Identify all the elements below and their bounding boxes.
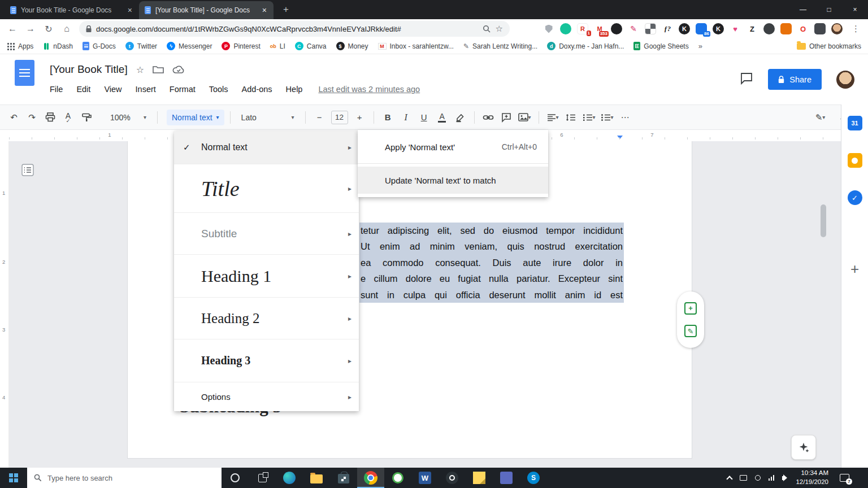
bookmark-li[interactable]: obLI: [270, 42, 285, 50]
extension-icon[interactable]: R1: [577, 23, 588, 34]
print-button[interactable]: [42, 110, 58, 125]
last-edit-link[interactable]: Last edit was 2 minutes ago: [318, 85, 420, 94]
italic-button[interactable]: I: [398, 110, 414, 125]
spellcheck-button[interactable]: A✓: [60, 110, 76, 125]
extension-icon[interactable]: K: [679, 23, 690, 34]
google-tasks-icon[interactable]: ✓: [848, 190, 862, 205]
bookmarks-overflow-chevron[interactable]: »: [698, 42, 702, 50]
skype-taskbar-button[interactable]: S: [520, 468, 547, 488]
quick-suggest-edit-button[interactable]: ✎: [684, 325, 697, 337]
browser-tab-active[interactable]: [Your Book Title] - Google Docs ×: [139, 1, 274, 19]
highlight-color-button[interactable]: [452, 110, 468, 125]
start-button[interactable]: [0, 468, 27, 488]
increase-font-size-button[interactable]: +: [351, 110, 368, 125]
bookmark-pinterest[interactable]: PPinterest: [222, 42, 260, 50]
extension-icon[interactable]: [780, 23, 792, 34]
quick-add-comment-button[interactable]: +: [684, 302, 697, 315]
menu-item-subtitle[interactable]: Subtitle ▸: [174, 212, 359, 254]
insert-link-button[interactable]: [480, 110, 497, 125]
right-indent-marker[interactable]: [617, 136, 623, 139]
cortana-button[interactable]: [222, 468, 249, 488]
home-button[interactable]: ⌂: [59, 21, 75, 37]
extension-icon[interactable]: [611, 23, 622, 34]
align-button[interactable]: ▾: [545, 110, 561, 125]
bookmark-star-icon[interactable]: ☆: [496, 24, 503, 34]
menu-format[interactable]: Format: [170, 85, 196, 94]
globe-extension-icon[interactable]: [763, 23, 775, 34]
zoom-icon[interactable]: [483, 25, 491, 33]
zoom-select[interactable]: 100%▾: [105, 110, 151, 125]
file-explorer-button[interactable]: [303, 468, 330, 488]
microsoft-store-button[interactable]: [330, 468, 357, 488]
add-comment-button[interactable]: [498, 110, 515, 125]
taskbar-clock[interactable]: 10:34 AM 12/19/2020: [796, 469, 828, 486]
bookmark-messenger[interactable]: ϟMessenger: [167, 42, 212, 50]
chrome-taskbar-button[interactable]: [357, 468, 384, 488]
menu-addons[interactable]: Add-ons: [242, 85, 272, 94]
share-button[interactable]: Share: [768, 69, 822, 90]
volume-icon[interactable]: [782, 476, 784, 480]
redo-button[interactable]: ↷: [24, 110, 40, 125]
other-bookmarks[interactable]: Other bookmarks: [797, 42, 861, 50]
line-spacing-button[interactable]: [563, 110, 579, 125]
sticky-notes-button[interactable]: [466, 468, 493, 488]
menu-view[interactable]: View: [104, 85, 121, 94]
font-size-field[interactable]: 12: [331, 111, 348, 124]
app-taskbar-button[interactable]: [493, 468, 520, 488]
update-normal-text-item[interactable]: Update 'Normal text' to match: [358, 167, 548, 194]
shield-extension-icon[interactable]: [543, 23, 554, 34]
menu-item-heading-1[interactable]: Heading 1 ▸: [174, 254, 359, 297]
browser-tab-inactive[interactable]: Your Book Title - Google Docs ×: [5, 1, 139, 19]
selected-paragraph[interactable]: tetur adipiscing elit, sed do eiusmod te…: [359, 223, 624, 303]
scrollbar-thumb[interactable]: [821, 204, 826, 237]
extension-icon[interactable]: ƒ?: [662, 23, 673, 34]
action-center-icon[interactable]: 7: [840, 474, 849, 482]
more-tools-button[interactable]: ⋯: [617, 110, 633, 125]
explore-button[interactable]: [791, 435, 816, 460]
paint-format-button[interactable]: [78, 110, 94, 125]
document-title[interactable]: [Your Book Title]: [50, 63, 128, 76]
tab-close-icon[interactable]: ×: [127, 6, 133, 15]
insert-image-button[interactable]: ▾: [517, 110, 533, 125]
bold-button[interactable]: B: [380, 110, 396, 125]
move-folder-icon[interactable]: [153, 65, 164, 74]
menu-help[interactable]: Help: [286, 85, 303, 94]
star-document-icon[interactable]: ☆: [136, 64, 144, 75]
undo-button[interactable]: ↶: [6, 110, 22, 125]
tray-expand-icon[interactable]: [726, 476, 732, 482]
selected-text-line[interactable]: tetur adipiscing elit, sed do eiusmod te…: [359, 223, 624, 238]
pen-extension-icon[interactable]: ✎: [628, 23, 639, 34]
bookmark-money[interactable]: $Money: [336, 42, 368, 50]
bookmark-ndash[interactable]: nDash: [43, 42, 73, 50]
decrease-font-size-button[interactable]: −: [311, 110, 328, 125]
window-maximize-button[interactable]: □: [816, 0, 842, 19]
bookmark-gdocs[interactable]: G-Docs: [83, 42, 116, 50]
word-taskbar-button[interactable]: W: [411, 468, 439, 488]
grammarly-extension-icon[interactable]: [560, 23, 571, 34]
docs-profile-avatar[interactable]: [836, 71, 854, 89]
edge-taskbar-button[interactable]: [276, 468, 303, 488]
open-comments-icon[interactable]: [740, 72, 753, 87]
apply-normal-text-item[interactable]: Apply 'Normal text' Ctrl+Alt+0: [358, 133, 548, 160]
heart-extension-icon[interactable]: ♥: [730, 23, 741, 34]
tray-device-icon[interactable]: [740, 475, 747, 481]
numbered-list-button[interactable]: ▾: [581, 110, 597, 125]
app-taskbar-button[interactable]: [439, 468, 466, 488]
taskbar-search-input[interactable]: Type here to search: [27, 468, 222, 488]
bookmark-inbox[interactable]: MInbox - sarahlentzw...: [378, 42, 454, 50]
menu-item-heading-2[interactable]: Heading 2 ▸: [174, 297, 359, 339]
task-view-button[interactable]: [249, 468, 276, 488]
mail-extension-icon[interactable]: M353: [594, 23, 605, 34]
tray-status-icon[interactable]: [755, 475, 761, 481]
app-taskbar-button[interactable]: [384, 468, 411, 488]
bookmark-apps[interactable]: Apps: [7, 42, 33, 50]
menu-edit[interactable]: Edit: [76, 85, 90, 94]
selected-text-line[interactable]: e cillum dolore eu fugiat nulla pariatur…: [359, 271, 624, 286]
google-keep-icon[interactable]: [848, 153, 862, 168]
menu-tools[interactable]: Tools: [209, 85, 228, 94]
bookmark-sheets[interactable]: Google Sheets: [633, 42, 688, 50]
menu-item-options[interactable]: Options ▸: [174, 382, 359, 411]
menu-item-title[interactable]: Title ▸: [174, 164, 359, 212]
google-docs-logo[interactable]: [15, 60, 34, 86]
selected-text-line[interactable]: sunt in culpa qui officia deserunt molli…: [359, 287, 624, 303]
